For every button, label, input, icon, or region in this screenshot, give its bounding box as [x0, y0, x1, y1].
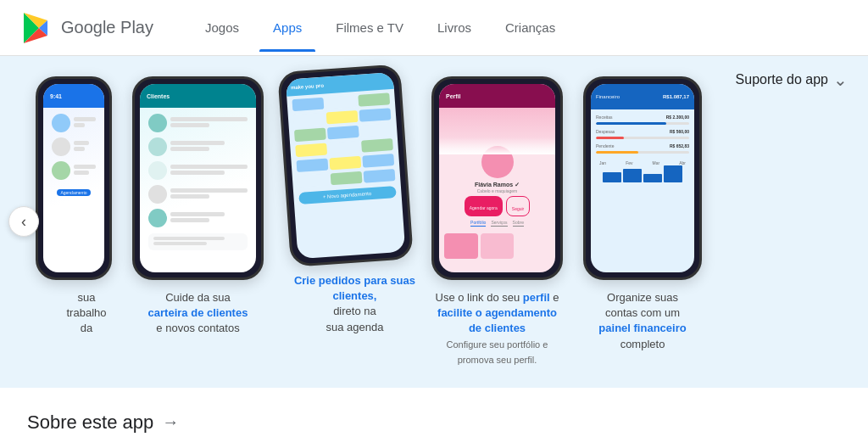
phone-mockup-4: Perfil Flávia Ramos ✓ Cabelo e maquiagem… — [431, 76, 563, 280]
carousel-item-1: 9:41 — [51, 76, 122, 337]
caption-4-sub: Configure seu portfólio e promova seu pe… — [447, 339, 548, 365]
logo-text: Google Play — [61, 18, 153, 37]
screenshot-carousel: ‹ Suporte do app ⌄ 9:41 — [0, 56, 868, 388]
google-play-icon — [20, 11, 54, 45]
caption-4-h1: perfil — [523, 291, 550, 304]
nav-apps[interactable]: Apps — [259, 14, 315, 42]
phone-screen-4: Perfil Flávia Ramos ✓ Cabelo e maquiagem… — [439, 84, 555, 272]
finance-label: Financeiro — [596, 94, 620, 99]
phone-mockup-5: Financeiro R$1.087,17 Receitas R$ 2.300,… — [583, 76, 702, 280]
caption-2: Cuide da sua carteira de clientes e novo… — [148, 290, 248, 337]
carousel-item-3: make you pro — [264, 63, 431, 339]
caption-1-text: suatrabalhoda — [67, 291, 107, 334]
carousel-item-4: Perfil Flávia Ramos ✓ Cabelo e maquiagem… — [421, 76, 573, 367]
caption-3-end: direto nasua agenda — [326, 305, 383, 333]
nav-filmes[interactable]: Filmes e TV — [322, 14, 417, 42]
phone-mockup-1: 9:41 — [36, 76, 112, 280]
support-label: Suporte do app — [736, 72, 828, 87]
carousel-prev-button[interactable]: ‹ — [8, 206, 39, 237]
caption-2-end: e novos contatos — [156, 322, 239, 334]
caption-5: Organize suascontas com um painel financ… — [598, 290, 686, 352]
nav-livros[interactable]: Livros — [424, 14, 485, 42]
carousel-item-2: Clientes — [122, 76, 274, 337]
caption-3: Crie pedidos para suas clientes, direto … — [291, 273, 418, 335]
chevron-down-icon: ⌄ — [833, 70, 848, 90]
finance-amount: R$1.087,17 — [663, 94, 689, 99]
carousel-inner: 9:41 — [0, 76, 868, 367]
phone-mockup-3: make you pro — [277, 64, 414, 267]
about-arrow-icon[interactable]: → — [162, 412, 179, 432]
caption-4-h2: facilite o agendamento de clientes — [437, 306, 557, 334]
about-section: Sobre este app → O Make You Pro é o apli… — [0, 388, 610, 448]
caption-4: Use o link do seu perfil e facilite o ag… — [434, 290, 561, 367]
caption-5-highlight: painel financeiro — [598, 322, 686, 334]
phone-screen-3: make you pro — [285, 72, 404, 259]
nav-jogos[interactable]: Jogos — [192, 14, 253, 42]
chevron-left-icon: ‹ — [21, 213, 26, 231]
caption-4-mid: e — [553, 291, 559, 304]
nav-criancas[interactable]: Crianças — [492, 14, 569, 42]
logo-area[interactable]: Google Play — [20, 11, 164, 45]
main-nav: Jogos Apps Filmes e TV Livros Crianças — [192, 14, 569, 42]
about-title-area[interactable]: Sobre este app → — [27, 412, 583, 434]
about-title: Sobre este app — [27, 412, 153, 434]
support-app-button[interactable]: Suporte do app ⌄ — [736, 70, 848, 90]
caption-2-highlight: carteira de clientes — [148, 306, 248, 319]
phone-screen-5: Financeiro R$1.087,17 Receitas R$ 2.300,… — [591, 84, 694, 272]
carousel-item-5: Financeiro R$1.087,17 Receitas R$ 2.300,… — [573, 76, 712, 352]
phone-screen-2: Clientes — [140, 84, 256, 272]
caption-2-static: Cuide da sua — [165, 291, 231, 304]
caption-3-highlight: Crie pedidos para suas clientes, — [294, 274, 415, 302]
caption-5-end: completo — [620, 338, 665, 350]
caption-1: suatrabalhoda — [67, 290, 107, 337]
caption-5-pre: Organize suascontas com um — [605, 291, 680, 319]
header: Google Play Jogos Apps Filmes e TV Livro… — [0, 0, 868, 56]
phone-mockup-2: Clientes — [132, 76, 264, 280]
phone-screen-1: 9:41 — [43, 84, 104, 272]
caption-4-pre: Use o link do seu — [436, 291, 523, 304]
